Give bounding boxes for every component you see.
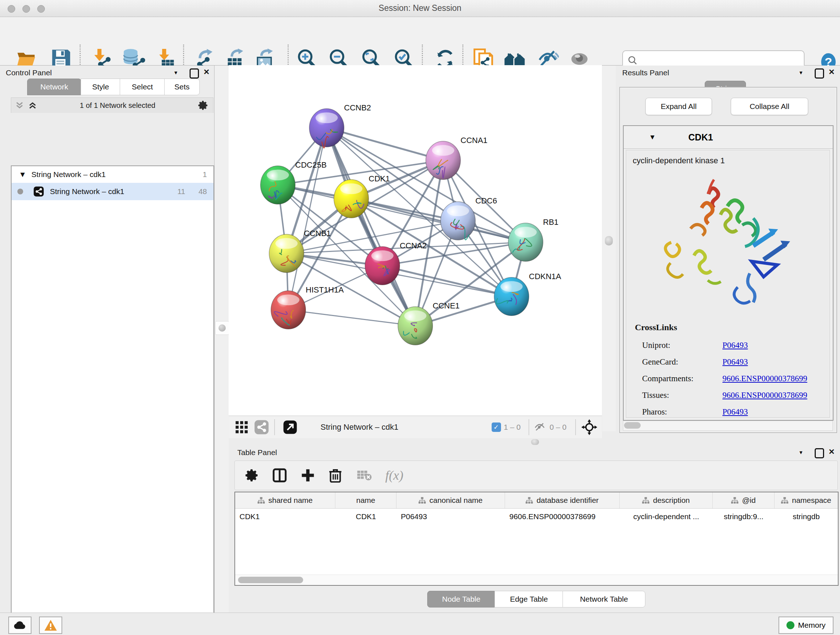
network-view[interactable]: CCNB2CCNA1CDC25BCDK1CDC6RB1CCNB1CCNA2CDK… [229,65,602,416]
network-edge[interactable] [288,310,415,326]
node-highlight [316,112,338,124]
collapse-all-button[interactable]: Collapse All [731,98,808,115]
gene-expand-arrow[interactable]: ▼ [649,133,656,141]
network-list-header: 1 of 1 Network selected [11,97,213,113]
column-header-canonical-name[interactable]: canonical name [396,492,505,508]
tree-column-icon [642,497,649,504]
column-header-name[interactable]: name [335,492,396,508]
status-bar: Memory [0,613,840,635]
memory-button[interactable]: Memory [778,616,834,634]
tab-sets[interactable]: Sets [164,79,200,95]
function-builder-button-disabled: f(x) [378,464,411,486]
delete-column-button[interactable] [325,464,346,486]
network-node-label: CCNB1 [304,229,331,238]
delete-table-icon [357,469,372,481]
network-row-selected[interactable]: String Network – cdk1 11 48 [11,183,213,200]
crosslinks-list: Uniprot:P06493 GeneCard:P06493 Compartme… [642,337,807,420]
gene-name: CDK1 [688,132,713,143]
collection-count: 1 [202,170,207,179]
crosslinks-title: CrossLinks [635,323,677,333]
crosslink-value[interactable]: 9606.ENSP00000378699 [722,374,807,383]
crosslink-value[interactable]: 9606.ENSP00000378699 [722,391,807,400]
tab-network[interactable]: Network [27,79,81,95]
table-scrollbar-track[interactable] [235,575,838,585]
tab-select[interactable]: Select [120,79,165,95]
gene-section-header[interactable]: ▼ CDK1 [624,126,833,149]
create-column-button[interactable] [297,464,319,486]
selected-checkbox[interactable]: ✓ [492,423,501,432]
network-view-mode-icon[interactable] [254,420,269,435]
control-panel: Control Panel ▾ ✕ Network Style Select S… [0,65,215,613]
results-panel-float-button[interactable]: ▾ [799,69,802,76]
column-header-namespace[interactable]: namespace [775,492,838,508]
bar-separator [274,419,275,435]
results-scrollbar-track[interactable] [623,421,833,431]
protein-structure-image [648,173,804,318]
table-scrollbar-thumb[interactable] [238,577,303,583]
column-header-description[interactable]: description [620,492,713,508]
expand-all-button[interactable]: Expand All [645,98,712,115]
show-columns-button[interactable] [269,464,291,486]
control-panel-float-button[interactable]: ▾ [174,69,177,76]
tab-node-table[interactable]: Node Table [427,591,495,608]
network-edge[interactable] [327,128,415,326]
columns-icon [272,468,287,483]
memory-status-dot [786,621,794,629]
results-scrollbar-thumb[interactable] [624,422,641,429]
node-highlight [447,206,469,217]
cell-canonical-name: P06493 [396,509,505,524]
birdseye-crosshair-icon[interactable] [581,419,598,435]
crosslink-value[interactable]: P06493 [722,340,748,350]
tab-style[interactable]: Style [81,79,120,95]
hidden-counter: 0 – 0 [549,423,567,432]
network-collection-row[interactable]: ▼ String Network – cdk1 1 [11,166,213,183]
tab-network-table[interactable]: Network Table [562,591,645,608]
control-panel-close-button[interactable]: ✕ [203,68,210,76]
cloud-status-button[interactable] [8,616,32,634]
expand-all-icon[interactable] [28,101,37,110]
right-splitter[interactable] [602,65,616,431]
network-node-label: CCNA1 [461,136,488,145]
column-header-id[interactable]: @id [713,492,775,508]
column-header-database-identifier[interactable]: database identifier [505,492,620,508]
network-node-label: RB1 [543,218,559,226]
crosslink-row: Uniprot:P06493 [642,337,807,354]
column-header-shared-name[interactable]: shared name [235,492,335,508]
network-node-label: CCNB2 [344,103,371,112]
detach-view-icon[interactable] [283,420,297,434]
crosslink-value[interactable]: P06493 [722,357,748,366]
collection-expand-arrow[interactable]: ▼ [19,170,27,179]
tree-column-icon [781,497,788,504]
network-node-count: 11 [177,187,185,196]
left-splitter-handle[interactable] [215,321,229,335]
results-panel-maximize-button[interactable] [815,68,824,79]
cytoscape-window: Session: New Session [0,0,840,635]
table-settings-button[interactable] [241,464,263,486]
control-panel-maximize-button[interactable] [189,68,199,79]
trash-icon [328,468,342,483]
crosslink-value[interactable]: P06493 [722,407,748,416]
network-canvas[interactable]: CCNB2CCNA1CDC25BCDK1CDC6RB1CCNB1CCNA2CDK… [229,65,602,416]
network-node-label: CCNA2 [400,241,427,250]
tab-edge-table[interactable]: Edge Table [494,591,563,608]
table-panel-maximize-button[interactable] [815,448,824,458]
collapse-all-icon[interactable] [15,101,24,110]
results-panel-close-button[interactable]: ✕ [829,68,835,76]
table-panel-float-button[interactable]: ▾ [799,449,802,456]
plus-icon [301,468,315,483]
warning-status-button[interactable] [39,616,62,634]
table-row[interactable]: CDK1 CDK1 P06493 9606.ENSP00000378699 cy… [235,509,838,524]
right-splitter-handle[interactable] [605,236,613,245]
gear-icon[interactable] [198,100,209,111]
table-toolbar: f(x) [234,461,838,490]
node-highlight [432,145,454,156]
window-title: Session: New Session [0,3,840,13]
bar-separator [529,419,529,435]
crosslink-label: Uniprot: [642,337,722,354]
node-highlight [267,170,289,181]
cell-database-identifier: 9606.ENSP00000378699 [505,509,620,524]
horizontal-splitter-handle[interactable] [531,439,539,445]
left-splitter[interactable] [215,65,229,613]
grid-view-icon[interactable] [234,420,249,434]
table-panel-close-button[interactable]: ✕ [829,448,835,456]
